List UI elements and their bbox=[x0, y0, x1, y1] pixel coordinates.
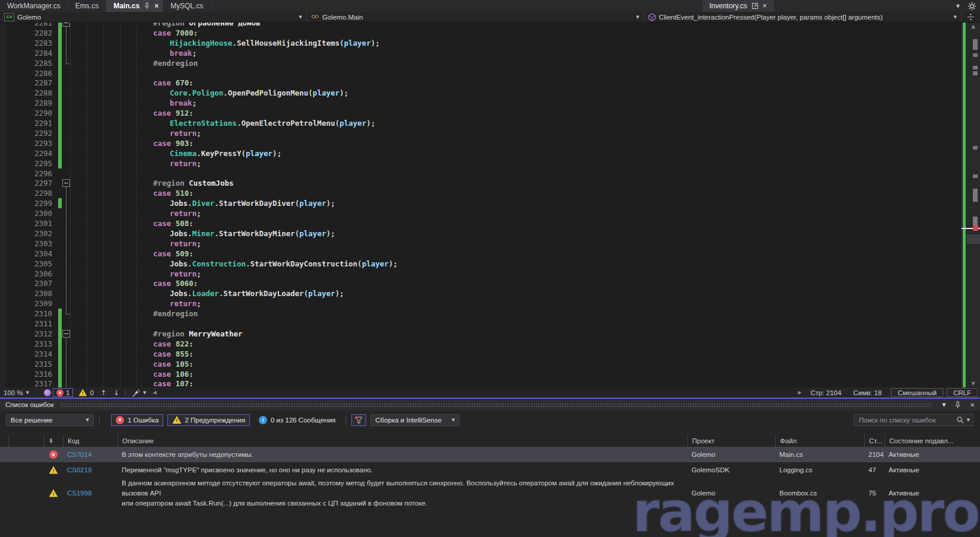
line-ending-indicator[interactable]: CRLF bbox=[947, 388, 978, 397]
code-line-2282[interactable]: 2282case 7000: bbox=[0, 28, 960, 38]
error-code-link[interactable]: CS0219 bbox=[63, 466, 118, 474]
column-header-6[interactable]: Файл bbox=[775, 434, 864, 447]
code-editor[interactable]: ▲ ▼ 2281#region Ограбление домов2282case… bbox=[0, 23, 980, 387]
code-line-2314[interactable]: 2314case 855: bbox=[0, 349, 960, 359]
code-line-2286[interactable]: 2286 bbox=[0, 68, 960, 78]
close-tab-icon[interactable]: × bbox=[154, 2, 158, 9]
next-issue-button[interactable]: ↓ bbox=[110, 389, 123, 397]
code-line-2309[interactable]: 2309return; bbox=[0, 298, 960, 309]
warnings-filter-button[interactable]: ! 2 Предупреждения bbox=[167, 414, 250, 426]
column-header-8[interactable]: Состояние подавл... bbox=[884, 434, 980, 447]
prev-issue-button[interactable]: ↑ bbox=[97, 389, 110, 397]
pin-icon[interactable] bbox=[954, 401, 961, 409]
window-position-chevron-icon[interactable]: ▼ bbox=[942, 402, 946, 408]
code-line-2287[interactable]: 2287case 670: bbox=[0, 78, 960, 88]
error-row-CS0219[interactable]: !CS0219Переменной "msgTYPE" присвоено зн… bbox=[0, 462, 980, 478]
horizontal-scrollbar[interactable]: ◀ ▶ bbox=[150, 387, 804, 398]
close-icon[interactable]: × bbox=[970, 401, 975, 409]
code-line-2305[interactable]: 2305Jobs.Construction.StartWorkDayConstr… bbox=[0, 259, 960, 269]
filter-button[interactable] bbox=[351, 414, 366, 426]
code-line-2304[interactable]: 2304case 509: bbox=[0, 249, 960, 259]
window-gear-icon[interactable] bbox=[964, 0, 980, 12]
code-line-2316[interactable]: 2316case 106: bbox=[0, 369, 960, 379]
vertical-scrollbar[interactable]: ▲ ▼ bbox=[966, 23, 980, 387]
promote-preview-tab-icon[interactable] bbox=[751, 2, 759, 9]
encoding-indicator[interactable]: Смешанный bbox=[891, 388, 943, 397]
source-filter-combo[interactable]: Сборка и IntelliSense ▼ bbox=[370, 414, 459, 426]
error-row-CS1998[interactable]: !CS1998В данном асинхронном методе отсут… bbox=[0, 478, 980, 509]
type-dropdown[interactable]: Golemo.Main ▼ bbox=[307, 12, 644, 22]
code-line-2296[interactable]: 2296 bbox=[0, 169, 960, 179]
pin-tab-icon[interactable] bbox=[144, 2, 150, 9]
code-line-2293[interactable]: 2293case 903: bbox=[0, 138, 960, 148]
tab-ems-cs[interactable]: Ems.cs bbox=[68, 0, 106, 12]
warning-indicator[interactable]: ! 0 bbox=[75, 389, 97, 396]
code-line-2313[interactable]: 2313case 822: bbox=[0, 339, 960, 349]
column-header-4[interactable]: Описание bbox=[118, 434, 687, 447]
code-cleanup-button[interactable]: ▼ bbox=[128, 389, 150, 397]
project-dropdown[interactable]: C# Golemo ▼ bbox=[0, 12, 307, 22]
code-line-2283[interactable]: 2283HijackingHouse.SellHouseHijackingIte… bbox=[0, 38, 960, 48]
code-line-2292[interactable]: 2292return; bbox=[0, 128, 960, 138]
panel-title-bar[interactable]: Список ошибок ▼ × bbox=[0, 399, 980, 411]
code-line-2297[interactable]: 2297#region CustomJobs bbox=[0, 178, 960, 188]
error-code-link[interactable]: CS7014 bbox=[63, 451, 118, 458]
tab-inventory[interactable]: Inventory.cs × bbox=[702, 0, 774, 12]
code-line-2285[interactable]: 2285#endregion bbox=[0, 58, 960, 68]
code-line-2310[interactable]: 2310#endregion bbox=[0, 309, 960, 319]
code-line-2295[interactable]: 2295return; bbox=[0, 158, 960, 169]
intellicode-icon[interactable] bbox=[44, 389, 51, 396]
fold-collapse-icon[interactable] bbox=[62, 330, 70, 338]
error-search-input[interactable] bbox=[858, 416, 953, 424]
code-line-2288[interactable]: 2288Core.Poligon.OpenPedPoligonMenu(play… bbox=[0, 88, 960, 98]
fold-collapse-icon[interactable] bbox=[62, 179, 70, 187]
code-line-2312[interactable]: 2312#region MerryWeather bbox=[0, 329, 960, 339]
scroll-down-icon[interactable]: ▼ bbox=[966, 381, 980, 386]
split-editor-button[interactable] bbox=[962, 12, 980, 22]
tab-main-cs[interactable]: Main.cs× bbox=[106, 0, 163, 12]
code-line-2281[interactable]: 2281#region Ограбление домов bbox=[0, 23, 960, 28]
column-header-3[interactable]: Код bbox=[63, 434, 118, 447]
code-line-2298[interactable]: 2298case 510: bbox=[0, 188, 960, 198]
scroll-up-icon[interactable]: ▲ bbox=[966, 24, 980, 29]
code-line-2308[interactable]: 2308Jobs.Loader.StartWorkDayLoader(playe… bbox=[0, 288, 960, 298]
code-line-2302[interactable]: 2302Jobs.Miner.StartWorkDayMiner(player)… bbox=[0, 228, 960, 239]
code-line-2299[interactable]: 2299Jobs.Diver.StartWorkDayDiver(player)… bbox=[0, 198, 960, 208]
code-line-2315[interactable]: 2315case 105: bbox=[0, 359, 960, 369]
error-search-box[interactable]: ▼ bbox=[854, 414, 974, 426]
error-row-CS7014[interactable]: ×CS7014В этом контексте атрибуты недопус… bbox=[0, 447, 980, 462]
errors-filter-button[interactable]: × 1 Ошибка bbox=[111, 414, 163, 426]
member-dropdown[interactable]: ClientEvent_interactionPressed(Player pl… bbox=[644, 12, 962, 22]
code-line-2289[interactable]: 2289break; bbox=[0, 98, 960, 108]
messages-filter-button[interactable]: i 0 из 126 Сообщения bbox=[254, 414, 340, 426]
code-line-2294[interactable]: 2294Cinema.KeyPressY(player); bbox=[0, 148, 960, 158]
column-header-2[interactable] bbox=[44, 434, 63, 447]
panel-drag-grip[interactable] bbox=[61, 403, 933, 407]
scrollbar-thumb[interactable] bbox=[966, 234, 980, 244]
column-header-0[interactable] bbox=[0, 434, 8, 447]
scroll-right-icon[interactable]: ▶ bbox=[795, 390, 804, 395]
column-header-7[interactable]: Ст... bbox=[864, 434, 884, 447]
code-line-2311[interactable]: 2311 bbox=[0, 319, 960, 329]
hscroll-track[interactable] bbox=[160, 387, 795, 398]
scroll-left-icon[interactable]: ◀ bbox=[150, 390, 159, 395]
tab-workmanager-cs[interactable]: WorkManager.cs bbox=[0, 0, 68, 12]
scope-filter-combo[interactable]: Все решение ▼ bbox=[6, 414, 94, 426]
code-line-2300[interactable]: 2300return; bbox=[0, 208, 960, 218]
tab-mysql-cs[interactable]: MySQL.cs bbox=[163, 0, 211, 12]
code-line-2303[interactable]: 2303return; bbox=[0, 239, 960, 249]
code-line-2290[interactable]: 2290case 912: bbox=[0, 108, 960, 118]
code-line-2291[interactable]: 2291ElectroStations.OpenElectroPetrolMen… bbox=[0, 118, 960, 128]
error-indicator[interactable]: × 1 bbox=[53, 388, 73, 397]
error-code-link[interactable]: CS1998 bbox=[63, 490, 118, 497]
code-line-2317[interactable]: 2317case 107: bbox=[0, 379, 960, 387]
column-header-1[interactable] bbox=[8, 434, 44, 447]
tab-list-chevron-icon[interactable]: ▼ bbox=[952, 0, 964, 12]
close-tab-icon[interactable]: × bbox=[763, 2, 767, 9]
code-line-2307[interactable]: 2307case 5060: bbox=[0, 278, 960, 288]
code-line-2284[interactable]: 2284break; bbox=[0, 48, 960, 58]
column-header-5[interactable]: Проект bbox=[687, 434, 775, 447]
zoom-select[interactable]: 100 % ▼ bbox=[0, 389, 44, 396]
fold-collapse-icon[interactable] bbox=[62, 23, 70, 27]
code-line-2301[interactable]: 2301case 508: bbox=[0, 218, 960, 228]
